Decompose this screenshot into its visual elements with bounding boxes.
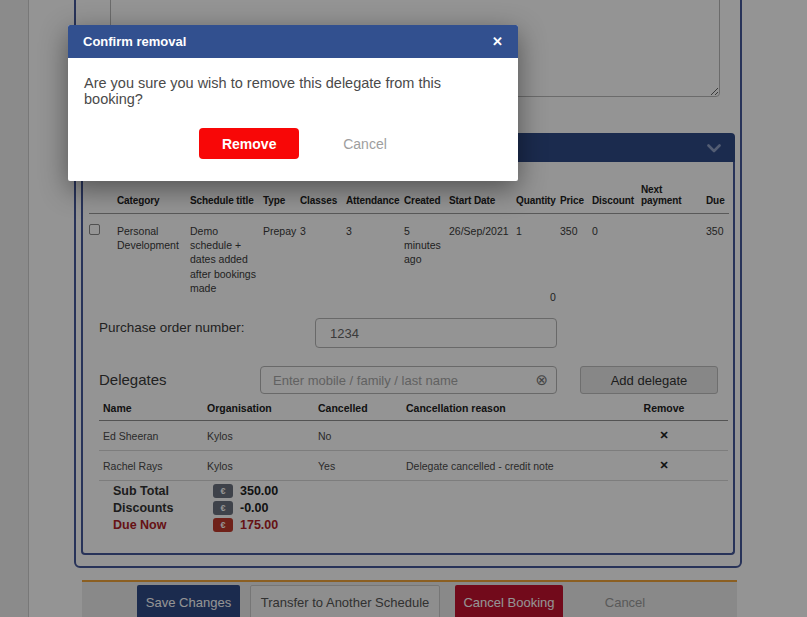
dialog-title: Confirm removal (83, 34, 186, 49)
dialog-message: Are you sure you wish to remove this del… (84, 75, 502, 107)
dialog-cancel-link[interactable]: Cancel (343, 136, 387, 152)
remove-button[interactable]: Remove (199, 128, 299, 159)
close-icon[interactable]: ✕ (492, 35, 503, 48)
booking-edit-screen: Category Schedule title Type Classes Att… (0, 0, 807, 617)
dialog-actions: Remove Cancel (84, 128, 502, 161)
dialog-header: Confirm removal ✕ (68, 25, 518, 58)
dialog-body: Are you sure you wish to remove this del… (68, 58, 518, 181)
confirm-removal-dialog: Confirm removal ✕ Are you sure you wish … (68, 25, 518, 181)
